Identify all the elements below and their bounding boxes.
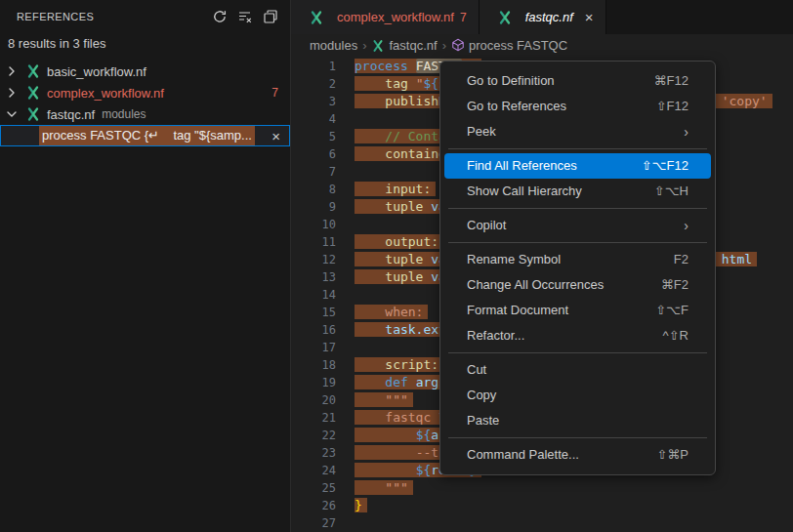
tab-problem-count: 7 bbox=[460, 11, 467, 24]
menu-item-label: Format Document bbox=[467, 298, 568, 323]
tab-fastqc[interactable]: fastqc.nf × bbox=[480, 0, 606, 34]
menu-item-label: Go to References bbox=[467, 94, 566, 119]
tab-complex-workflow[interactable]: complex_workflow.nf 7 bbox=[291, 0, 480, 34]
menu-item-format-document[interactable]: Format Document⇧⌥F bbox=[440, 298, 715, 323]
chevron-right-icon[interactable] bbox=[4, 63, 20, 79]
line-number[interactable]: 27 bbox=[291, 514, 336, 532]
menu-item-shortcut: ⇧⌥H bbox=[654, 179, 689, 204]
chevron-right-icon[interactable] bbox=[4, 85, 20, 101]
line-number[interactable]: 18 bbox=[291, 356, 336, 374]
submenu-chevron-icon: › bbox=[684, 213, 689, 238]
menu-item-change-all-occurrences[interactable]: Change All Occurrences⌘F2 bbox=[440, 272, 715, 298]
nextflow-file-icon bbox=[371, 38, 385, 52]
file-name: complex_workflow.nf bbox=[47, 86, 164, 101]
line-content: input: bbox=[355, 181, 436, 198]
line-number[interactable]: 1 bbox=[291, 58, 336, 75]
line-content: when: bbox=[355, 304, 428, 321]
line-number[interactable]: 20 bbox=[291, 391, 336, 409]
menu-item-peek[interactable]: Peek› bbox=[440, 119, 715, 144]
menu-item-shortcut: F2 bbox=[674, 247, 689, 272]
breadcrumb-separator: › bbox=[438, 38, 451, 53]
reference-range-highlight: input: bbox=[355, 182, 436, 196]
line-number[interactable]: 14 bbox=[291, 286, 336, 304]
menu-item-shortcut: ⌘F2 bbox=[661, 272, 689, 298]
vscode-window: REFERENCES 8 results in 3 files basic_wo… bbox=[0, 0, 793, 532]
menu-item-refactor[interactable]: Refactor...^⇧R bbox=[440, 323, 715, 348]
code-line[interactable]: 27 bbox=[291, 514, 793, 532]
nextflow-file-icon bbox=[25, 85, 41, 101]
breadcrumb-item-modules[interactable]: modules bbox=[310, 38, 357, 53]
references-panel-header: REFERENCES bbox=[0, 0, 290, 33]
collapse-all-icon[interactable] bbox=[259, 5, 282, 28]
reference-range-highlight: fastqc \ bbox=[355, 410, 451, 425]
line-number[interactable]: 10 bbox=[291, 216, 336, 233]
breadcrumb-item-symbol[interactable]: process FASTQC bbox=[469, 38, 567, 53]
line-number[interactable]: 19 bbox=[291, 374, 336, 391]
line-number[interactable]: 3 bbox=[291, 93, 336, 110]
menu-item-shortcut: ⇧⌥F bbox=[655, 298, 689, 323]
nextflow-file-icon bbox=[309, 10, 324, 25]
tree-item-complex_workflow-nf[interactable]: complex_workflow.nf7 bbox=[0, 82, 290, 103]
tab-label: fastqc.nf bbox=[525, 10, 573, 24]
code-line[interactable]: 26} bbox=[291, 497, 793, 514]
line-number[interactable]: 4 bbox=[291, 110, 336, 128]
line-content: } bbox=[355, 497, 367, 514]
menu-item-find-all-references[interactable]: Find All References⇧⌥F12 bbox=[444, 153, 711, 179]
menu-item-label: Find All References bbox=[467, 153, 577, 179]
menu-item-label: Copilot bbox=[467, 213, 506, 238]
line-number[interactable]: 21 bbox=[291, 409, 336, 427]
line-number[interactable]: 13 bbox=[291, 268, 336, 286]
breadcrumb-item-file[interactable]: fastqc.nf bbox=[389, 38, 437, 53]
line-number[interactable]: 16 bbox=[291, 321, 336, 339]
line-number[interactable]: 5 bbox=[291, 128, 336, 145]
menu-item-show-call-hierarchy[interactable]: Show Call Hierarchy⇧⌥H bbox=[440, 179, 715, 204]
line-number[interactable]: 11 bbox=[291, 233, 336, 251]
tree-item-fastqc-nf[interactable]: fastqc.nfmodules bbox=[0, 103, 290, 125]
menu-item-copy[interactable]: Copy bbox=[440, 383, 715, 408]
menu-item-copilot[interactable]: Copilot› bbox=[440, 213, 715, 238]
line-number[interactable]: 17 bbox=[291, 339, 336, 356]
breadcrumb: modules › fastqc.nf › process FASTQC bbox=[291, 34, 793, 56]
menu-item-paste[interactable]: Paste bbox=[440, 408, 715, 433]
line-number[interactable]: 9 bbox=[291, 198, 336, 216]
line-number[interactable]: 26 bbox=[291, 497, 336, 514]
menu-separator bbox=[448, 208, 707, 209]
symbol-cube-icon bbox=[451, 38, 465, 52]
references-sidebar: REFERENCES 8 results in 3 files basic_wo… bbox=[0, 0, 291, 532]
line-number[interactable]: 23 bbox=[291, 444, 336, 462]
chevron-down-icon[interactable] bbox=[4, 106, 20, 122]
line-content: fastqc \ bbox=[355, 409, 451, 427]
submenu-chevron-icon: › bbox=[684, 119, 689, 144]
reference-item-selected[interactable]: process FASTQC {↵ tag "${samp...× bbox=[0, 125, 290, 146]
menu-item-go-to-references[interactable]: Go to References⇧F12 bbox=[440, 94, 715, 119]
dismiss-reference-icon[interactable]: × bbox=[271, 129, 280, 143]
nextflow-file-icon bbox=[497, 10, 513, 25]
menu-item-go-to-definition[interactable]: Go to Definition⌘F12 bbox=[440, 68, 715, 94]
code-line[interactable]: 25 """ bbox=[291, 479, 793, 497]
line-number[interactable]: 25 bbox=[291, 479, 336, 497]
menu-item-label: Peek bbox=[467, 119, 496, 144]
line-number[interactable]: 12 bbox=[291, 251, 336, 268]
clear-all-icon[interactable] bbox=[233, 5, 257, 28]
line-content: """ bbox=[355, 479, 413, 497]
line-number[interactable]: 2 bbox=[291, 75, 336, 93]
line-number[interactable]: 8 bbox=[291, 181, 336, 198]
menu-separator bbox=[448, 437, 707, 438]
menu-separator bbox=[448, 148, 707, 149]
menu-item-rename-symbol[interactable]: Rename SymbolF2 bbox=[440, 247, 715, 272]
menu-item-label: Refactor... bbox=[467, 323, 524, 348]
menu-item-label: Go to Definition bbox=[467, 68, 555, 94]
line-number[interactable]: 15 bbox=[291, 304, 336, 321]
nextflow-file-icon bbox=[25, 106, 41, 122]
line-number[interactable]: 24 bbox=[291, 462, 336, 479]
menu-item-cut[interactable]: Cut bbox=[440, 357, 715, 383]
refresh-icon[interactable] bbox=[208, 5, 231, 28]
tree-item-basic_workflow-nf[interactable]: basic_workflow.nf bbox=[0, 61, 290, 82]
menu-item-command-palette[interactable]: Command Palette...⇧⌘P bbox=[440, 442, 715, 468]
tab-close-icon[interactable]: × bbox=[585, 10, 594, 24]
line-number[interactable]: 22 bbox=[291, 427, 336, 444]
line-number[interactable]: 7 bbox=[291, 163, 336, 181]
line-content: output: bbox=[355, 233, 443, 251]
references-tree: basic_workflow.nfcomplex_workflow.nf7fas… bbox=[0, 61, 290, 532]
line-number[interactable]: 6 bbox=[291, 145, 336, 163]
